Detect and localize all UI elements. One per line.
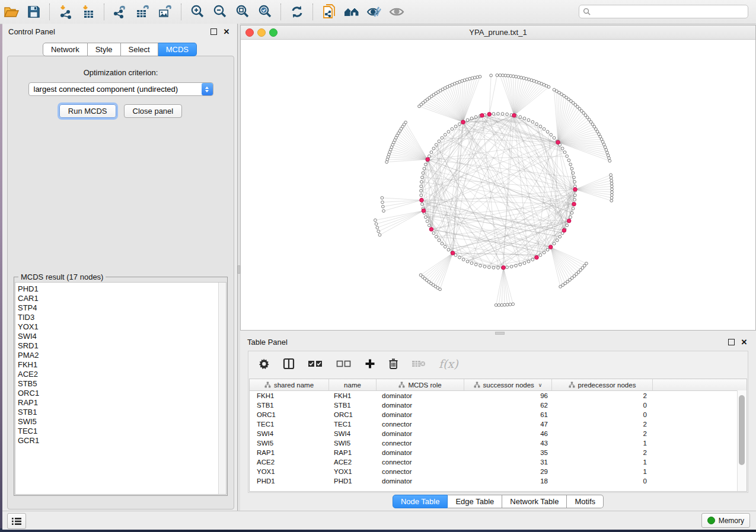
column-header-name[interactable]: name [329,379,377,390]
mcds-result-item[interactable]: PMA2 [18,351,218,360]
cell-name[interactable]: RAP1 [329,448,377,457]
select-all-button[interactable] [308,359,323,368]
cell-MCDS-role[interactable]: dominator [377,410,464,419]
cell-successor-nodes[interactable]: 43 [464,438,552,448]
cell-shared-name[interactable]: FKH1 [250,391,329,400]
tab-edge-table[interactable]: Edge Table [448,495,502,508]
table-row[interactable]: ACE2ACE2connector311 [250,457,747,467]
table-row[interactable]: ORC1ORC1dominator610 [250,410,747,419]
mcds-result-item[interactable]: ACE2 [18,370,218,379]
import-table-button[interactable] [77,2,100,22]
export-network-button[interactable] [109,2,132,22]
zoom-fit-button[interactable] [231,2,254,22]
cell-predecessor-nodes[interactable]: 0 [552,410,653,419]
table-scrollbar[interactable] [737,390,747,491]
mcds-result-item[interactable]: STB1 [18,408,218,417]
cell-shared-name[interactable]: RAP1 [250,448,329,457]
tab-network[interactable]: Network [43,43,88,56]
mcds-result-item[interactable]: PHD1 [18,284,218,294]
zoom-selected-button[interactable] [254,2,276,22]
cell-predecessor-nodes[interactable]: 2 [552,419,653,429]
mcds-result-item[interactable]: CAR1 [18,294,218,303]
cell-successor-nodes[interactable]: 47 [464,419,552,429]
mcds-result-item[interactable]: YOX1 [18,322,218,332]
table-row[interactable]: STB1STB1dominator620 [250,400,747,410]
mcds-result-item[interactable]: STP4 [18,303,218,313]
mcds-result-item[interactable]: RAP1 [18,398,218,408]
search-field[interactable] [579,5,748,18]
tab-network-table[interactable]: Network Table [502,495,567,508]
cell-shared-name[interactable]: YOX1 [250,467,329,476]
table-row[interactable]: FKH1FKH1dominator962 [250,391,747,400]
cell-name[interactable]: ACE2 [329,457,377,467]
cell-successor-nodes[interactable]: 18 [464,476,552,486]
cell-successor-nodes[interactable]: 29 [464,467,552,476]
table-row[interactable]: RAP1RAP1dominator352 [250,448,747,457]
network-canvas[interactable] [241,39,755,330]
run-mcds-button[interactable]: Run MCDS [59,104,116,118]
mcds-result-item[interactable]: SWI5 [18,417,218,427]
show-columns-button[interactable] [283,358,295,370]
cell-MCDS-role[interactable]: connector [377,457,464,467]
cell-name[interactable]: YOX1 [329,467,377,476]
cell-predecessor-nodes[interactable]: 2 [552,429,653,438]
cell-successor-nodes[interactable]: 46 [464,429,552,438]
cell-shared-name[interactable]: ACE2 [250,457,329,467]
task-history-button[interactable] [7,513,26,529]
tab-mcds[interactable]: MCDS [158,43,197,56]
table-row[interactable]: SWI5SWI5connector431 [250,438,747,448]
table-row[interactable]: PHD1PHD1dominator180 [250,476,747,486]
cell-name[interactable]: TEC1 [329,419,377,429]
close-traffic-light[interactable] [245,28,254,37]
mcds-list-scrollbar[interactable] [218,283,226,494]
mcds-result-item[interactable]: GCR1 [18,436,218,446]
network-overview-button[interactable] [340,2,363,22]
tab-style[interactable]: Style [88,43,121,56]
maximize-traffic-light[interactable] [269,28,277,37]
cell-predecessor-nodes[interactable]: 0 [552,476,653,486]
cell-MCDS-role[interactable]: dominator [377,448,464,457]
column-header-shared-name[interactable]: shared name [250,379,329,390]
cell-name[interactable]: FKH1 [329,391,377,400]
export-table-button[interactable] [132,2,154,22]
cell-shared-name[interactable]: SWI5 [250,438,329,448]
search-input[interactable] [593,7,748,17]
mcds-result-item[interactable]: STB5 [18,379,218,389]
tab-select[interactable]: Select [121,43,158,56]
memory-button[interactable]: Memory [701,513,750,528]
mcds-result-item[interactable]: SRD1 [18,341,218,351]
table-panel-close-button[interactable]: ✕ [739,337,749,347]
cell-name[interactable]: PHD1 [329,476,377,486]
cell-successor-nodes[interactable]: 35 [464,448,552,457]
cell-MCDS-role[interactable]: dominator [377,476,464,486]
zoom-out-button[interactable] [209,2,231,22]
cell-name[interactable]: SWI4 [329,429,377,438]
cell-shared-name[interactable]: STB1 [250,400,329,410]
mcds-result-item[interactable]: ORC1 [18,389,218,398]
mcds-result-item[interactable]: SWI4 [18,332,218,341]
cell-successor-nodes[interactable]: 96 [464,391,552,400]
zoom-in-button[interactable] [186,2,209,22]
column-header-MCDS-role[interactable]: MCDS role [377,379,464,390]
mcds-result-listbox[interactable]: PHD1CAR1STP4TID3YOX1SWI4SRD1PMA2FKH1ACE2… [15,282,227,495]
column-header-successor-nodes[interactable]: successor nodes∨ [464,379,552,390]
cell-shared-name[interactable]: TEC1 [250,419,329,429]
cell-predecessor-nodes[interactable]: 2 [552,448,653,457]
cell-successor-nodes[interactable]: 31 [464,457,552,467]
hide-graphics-button[interactable] [363,2,385,22]
table-panel-float-button[interactable] [726,337,736,347]
cell-MCDS-role[interactable]: connector [377,419,464,429]
cell-MCDS-role[interactable]: connector [377,467,464,476]
control-panel-float-button[interactable] [209,27,218,36]
table-scrollbar-thumb[interactable] [739,395,745,465]
cell-name[interactable]: SWI5 [329,438,377,448]
cell-MCDS-role[interactable]: dominator [377,400,464,410]
mcds-result-item[interactable]: TEC1 [18,427,218,436]
table-row[interactable]: SWI4SWI4dominator462 [250,429,747,438]
control-panel-close-button[interactable]: ✕ [222,27,231,36]
import-network-button[interactable] [55,2,77,22]
mcds-result-item[interactable]: TID3 [18,313,218,322]
cell-shared-name[interactable]: ORC1 [250,410,329,419]
column-header-predecessor-nodes[interactable]: predecessor nodes [552,379,653,390]
cell-shared-name[interactable]: PHD1 [250,476,329,486]
